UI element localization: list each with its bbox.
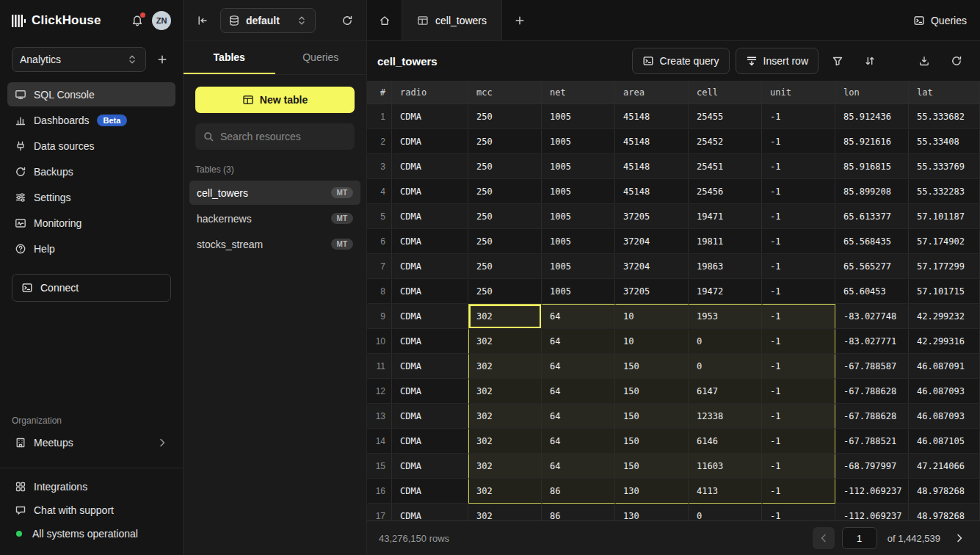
table-cell[interactable]: -1 [762, 404, 835, 429]
column-header-unit[interactable]: unit [762, 81, 835, 104]
table-cell[interactable]: 130 [615, 504, 689, 520]
table-cell[interactable]: -1 [762, 254, 835, 279]
table-cell[interactable]: CDMA [392, 229, 468, 254]
table-cell[interactable]: 64 [542, 404, 615, 429]
sidebar-item-sql-console[interactable]: SQL Console [7, 82, 175, 106]
table-cell[interactable]: -67.788587 [835, 354, 909, 379]
column-header-net[interactable]: net [542, 81, 615, 104]
table-item-stocks-stream[interactable]: stocks_stream MT [189, 232, 360, 256]
table-cell[interactable]: CDMA [392, 504, 468, 520]
prev-page-button[interactable] [813, 527, 835, 549]
table-cell[interactable]: 1005 [542, 204, 615, 229]
table-cell[interactable]: 0 [689, 329, 762, 354]
table-cell[interactable]: -1 [762, 279, 835, 304]
table-cell[interactable]: CDMA [392, 179, 468, 204]
table-cell[interactable]: 11603 [689, 454, 762, 479]
table-cell[interactable]: 25451 [689, 154, 762, 179]
table-cell[interactable]: 42.299316 [909, 329, 980, 354]
system-status[interactable]: All systems operational [7, 523, 175, 545]
notifications-button[interactable] [128, 12, 146, 29]
table-cell[interactable]: 57.177299 [909, 254, 980, 279]
column-header-cell[interactable]: cell [689, 81, 762, 104]
table-cell[interactable]: 64 [542, 329, 615, 354]
table-cell[interactable]: 86 [542, 504, 615, 520]
table-cell[interactable]: 302 [468, 479, 542, 504]
table-cell[interactable]: 37204 [615, 229, 689, 254]
table-cell[interactable]: 302 [468, 404, 542, 429]
table-cell[interactable]: 42.299232 [909, 304, 980, 329]
table-cell[interactable]: -1 [762, 354, 835, 379]
table-cell[interactable]: -112.069237 [835, 479, 909, 504]
table-cell[interactable]: 37204 [615, 254, 689, 279]
table-cell[interactable]: -1 [762, 104, 835, 129]
table-cell[interactable]: 65.565277 [835, 254, 909, 279]
table-cell[interactable]: CDMA [392, 429, 468, 454]
table-cell[interactable]: CDMA [392, 379, 468, 404]
table-cell[interactable]: 250 [468, 129, 542, 154]
sidebar-item-chat-support[interactable]: Chat with support [7, 499, 175, 521]
table-cell[interactable]: 0 [689, 354, 762, 379]
table-cell[interactable]: -1 [762, 504, 835, 520]
sort-button[interactable] [857, 48, 883, 74]
table-cell[interactable]: 250 [468, 229, 542, 254]
table-cell[interactable]: 57.101187 [909, 204, 980, 229]
sidebar-item-integrations[interactable]: Integrations [7, 476, 175, 498]
table-cell[interactable]: 250 [468, 279, 542, 304]
table-cell[interactable]: 19811 [689, 229, 762, 254]
table-cell[interactable]: -1 [762, 204, 835, 229]
table-cell[interactable]: 302 [468, 329, 542, 354]
next-page-button[interactable] [951, 529, 968, 547]
sidebar-item-meetups[interactable]: Meetups [7, 430, 175, 454]
search-input[interactable] [220, 131, 353, 142]
new-table-button[interactable]: New table [195, 87, 355, 113]
refresh-tables-button[interactable] [338, 12, 356, 29]
table-cell[interactable]: 150 [615, 429, 689, 454]
table-cell[interactable]: 55.33408 [909, 129, 980, 154]
table-cell[interactable]: 55.333682 [909, 104, 980, 129]
sidebar-item-monitoring[interactable]: Monitoring [7, 211, 175, 235]
sidebar-item-backups[interactable]: Backups [7, 159, 175, 184]
tab-queries[interactable]: Queries [275, 41, 367, 74]
table-cell[interactable]: -112.069237 [835, 504, 909, 520]
table-cell[interactable]: -1 [762, 479, 835, 504]
table-cell[interactable]: -67.788628 [835, 379, 909, 404]
table-cell[interactable]: 19471 [689, 204, 762, 229]
table-cell[interactable]: 48.978268 [909, 504, 980, 520]
table-cell[interactable]: 250 [468, 204, 542, 229]
table-cell[interactable]: 19472 [689, 279, 762, 304]
table-cell[interactable]: 150 [615, 354, 689, 379]
table-item-cell-towers[interactable]: cell_towers MT [189, 181, 360, 205]
table-cell[interactable]: 45148 [615, 179, 689, 204]
table-cell[interactable]: 302 [468, 504, 542, 520]
table-cell[interactable]: 64 [542, 304, 615, 329]
table-cell[interactable]: -1 [762, 129, 835, 154]
table-cell[interactable]: 46.087093 [909, 379, 980, 404]
table-cell[interactable]: 25455 [689, 104, 762, 129]
table-cell[interactable]: 302 [468, 429, 542, 454]
table-cell[interactable]: 150 [615, 454, 689, 479]
table-cell[interactable]: 85.899208 [835, 179, 909, 204]
user-avatar[interactable]: ZN [152, 11, 171, 30]
table-cell[interactable]: 10 [615, 304, 689, 329]
table-cell[interactable]: 25456 [689, 179, 762, 204]
table-cell[interactable]: 10 [615, 329, 689, 354]
table-cell[interactable]: 1005 [542, 129, 615, 154]
table-cell[interactable]: 6146 [689, 429, 762, 454]
table-cell[interactable]: -1 [762, 454, 835, 479]
table-cell[interactable]: CDMA [392, 254, 468, 279]
download-button[interactable] [911, 48, 937, 74]
create-query-button[interactable]: Create query [632, 48, 730, 74]
table-cell[interactable]: 1005 [542, 279, 615, 304]
table-cell[interactable]: 46.087105 [909, 429, 980, 454]
queries-button[interactable]: Queries [900, 0, 980, 40]
table-cell[interactable]: 302 [468, 354, 542, 379]
collapse-panel-button[interactable] [194, 12, 211, 29]
table-cell[interactable]: 64 [542, 354, 615, 379]
table-cell[interactable]: 45148 [615, 154, 689, 179]
table-cell[interactable]: CDMA [392, 279, 468, 304]
table-cell[interactable]: 250 [468, 154, 542, 179]
table-cell[interactable]: 1005 [542, 254, 615, 279]
workspace-selector[interactable]: Analytics [12, 47, 146, 72]
table-cell[interactable]: 46.087093 [909, 404, 980, 429]
table-cell[interactable]: 37205 [615, 279, 689, 304]
